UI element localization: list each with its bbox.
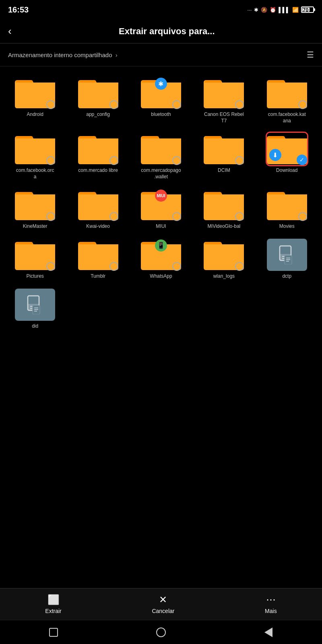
- header: ‹ Extrair arquivos para...: [0, 19, 322, 43]
- file-item-miui[interactable]: MIUIMIUI: [131, 186, 191, 232]
- file-item-did[interactable]: did: [5, 286, 65, 332]
- nav-square-button[interactable]: [41, 624, 66, 640]
- file-label-download: Download: [276, 167, 297, 174]
- file-label-mercadolibre: com.mercado libre: [78, 167, 118, 174]
- nav-home-button[interactable]: [149, 624, 173, 640]
- file-label-canon: Canon EOS Rebel T7: [204, 111, 244, 124]
- folder-wrapper-kwai: [78, 189, 118, 221]
- file-label-pictures: Pictures: [27, 273, 44, 280]
- file-item-dcim[interactable]: DCIM: [194, 130, 254, 182]
- nav-back-button[interactable]: [256, 624, 281, 640]
- status-time: 16:53: [8, 5, 29, 14]
- page-title: Extrair arquivos para...: [20, 26, 314, 37]
- folder-wrapper-canon: [204, 77, 244, 109]
- file-item-facebook_orca[interactable]: com.facebook.orca: [5, 130, 65, 182]
- file-item-wlan_logs[interactable]: wlan_logs: [194, 236, 254, 282]
- file-item-tumblr[interactable]: Tumblr: [68, 236, 128, 282]
- file-label-miui: MIUI: [156, 223, 166, 230]
- breadcrumb[interactable]: Armazenamento interno compartilhado ›: [8, 52, 118, 58]
- file-label-movies: Movies: [279, 223, 295, 230]
- cancel-label: Cancelar: [152, 608, 174, 614]
- radio-bluetooth: [172, 100, 181, 109]
- radio-app_config: [109, 100, 118, 109]
- mute-icon: 🔕: [261, 7, 267, 13]
- back-button[interactable]: ‹: [8, 25, 12, 37]
- file-item-pictures[interactable]: Pictures: [5, 236, 65, 282]
- svg-rect-12: [33, 305, 40, 314]
- cancel-icon: ✕: [159, 594, 167, 605]
- file-label-did: did: [32, 323, 38, 330]
- file-item-download[interactable]: ⬇✓Download: [257, 130, 317, 182]
- file-label-tumblr: Tumblr: [91, 273, 105, 280]
- file-grid: Androidapp_config✱bluetoothCanon EOS Reb…: [0, 66, 322, 340]
- file-item-android[interactable]: Android: [5, 74, 65, 126]
- dots-icon: ···: [248, 7, 252, 13]
- file-label-facebook_katana: com.facebook.katana: [267, 111, 307, 124]
- file-label-mivideo: MiVideoGlo-bal: [207, 223, 240, 230]
- folder-wrapper-mivideo: [204, 189, 244, 221]
- file-item-movies[interactable]: Movies: [257, 186, 317, 232]
- signal-icon: ▌▌▌: [279, 7, 290, 13]
- nav-square-icon: [49, 628, 58, 637]
- file-label-mercadopago: com.mercadopago.wallet: [141, 167, 181, 180]
- folder-wrapper-tumblr: [78, 239, 118, 271]
- folder-wrapper-facebook_orca: [15, 133, 55, 165]
- folder-wrapper-movies: [267, 189, 307, 221]
- radio-mercadopago: [172, 156, 181, 165]
- radio-mercadolibre: [109, 156, 118, 165]
- file-item-mivideo[interactable]: MiVideoGlo-bal: [194, 186, 254, 232]
- extract-icon: ⬜: [47, 594, 60, 605]
- folder-wrapper-bluetooth: ✱: [141, 77, 181, 109]
- folder-wrapper-miui: MIUI: [141, 189, 181, 221]
- menu-icon[interactable]: ☰: [307, 50, 314, 60]
- cancel-button[interactable]: ✕ Cancelar: [152, 594, 174, 614]
- file-label-kwai: Kwai-video: [86, 223, 110, 230]
- file-item-dctp[interactable]: dctp: [257, 236, 317, 282]
- radio-facebook_katana: [298, 100, 307, 109]
- file-item-facebook_katana[interactable]: com.facebook.katana: [257, 74, 317, 126]
- file-item-canon[interactable]: Canon EOS Rebel T7: [194, 74, 254, 126]
- badge-miui-icon: MIUI: [155, 190, 167, 202]
- breadcrumb-bar: Armazenamento interno compartilhado › ☰: [0, 43, 322, 66]
- file-label-bluetooth: bluetooth: [151, 111, 171, 118]
- more-icon: ⋯: [266, 594, 276, 605]
- more-button[interactable]: ⋯ Mais: [265, 594, 277, 614]
- file-doc-icon-did: [15, 289, 55, 321]
- badge-download-icon: ⬇: [269, 149, 281, 161]
- file-label-android: Android: [27, 111, 43, 118]
- wifi-icon: 📶: [292, 7, 299, 13]
- folder-wrapper-dcim: [204, 133, 244, 165]
- extract-button[interactable]: ⬜ Extrair: [45, 594, 61, 614]
- file-label-facebook_orca: com.facebook.orca: [15, 167, 55, 180]
- folder-wrapper-whatsapp: 📱: [141, 239, 181, 271]
- folder-wrapper-pictures: [15, 239, 55, 271]
- folder-wrapper-dctp: [267, 239, 307, 271]
- folder-wrapper-kinemaster: [15, 189, 55, 221]
- radio-movies: [298, 212, 307, 221]
- bluetooth-status-icon: ✱: [254, 7, 258, 13]
- radio-whatsapp: [172, 262, 181, 271]
- file-label-dcim: DCIM: [218, 167, 230, 174]
- folder-wrapper-mercadolibre: [78, 133, 118, 165]
- breadcrumb-arrow: ›: [116, 52, 118, 58]
- file-item-whatsapp[interactable]: 📱WhatsApp: [131, 236, 191, 282]
- file-item-bluetooth[interactable]: ✱bluetooth: [131, 74, 191, 126]
- badge-check-icon: ✓: [297, 155, 307, 165]
- alarm-icon: ⏰: [270, 7, 276, 13]
- file-item-mercadopago[interactable]: com.mercadopago.wallet: [131, 130, 191, 182]
- folder-wrapper-did: [15, 289, 55, 321]
- file-label-app_config: app_config: [86, 111, 110, 118]
- file-item-app_config[interactable]: app_config: [68, 74, 128, 126]
- folder-wrapper-app_config: [78, 77, 118, 109]
- file-label-dctp: dctp: [282, 273, 291, 280]
- folder-wrapper-wlan_logs: [204, 239, 244, 271]
- radio-pictures: [46, 262, 55, 271]
- more-label: Mais: [265, 608, 277, 614]
- folder-wrapper-facebook_katana: [267, 77, 307, 109]
- svg-rect-4: [285, 256, 292, 264]
- folder-wrapper-download: ⬇✓: [267, 133, 307, 165]
- file-doc-icon-dctp: [267, 239, 307, 271]
- file-item-kinemaster[interactable]: KineMaster: [5, 186, 65, 232]
- file-item-kwai[interactable]: Kwai-video: [68, 186, 128, 232]
- file-item-mercadolibre[interactable]: com.mercado libre: [68, 130, 128, 182]
